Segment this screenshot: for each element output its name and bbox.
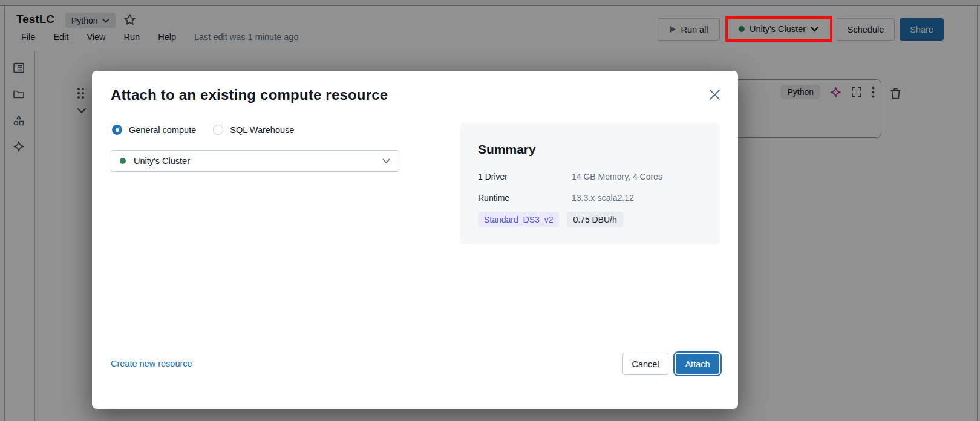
summary-badges: Standard_DS3_v2 0.75 DBU/h [478, 212, 623, 227]
summary-row-runtime: Runtime 13.3.x-scala2.12 [478, 193, 702, 203]
radio-sql-warehouse-label: SQL Warehouse [230, 125, 294, 135]
node-type-badge: Standard_DS3_v2 [478, 212, 559, 227]
compute-type-radio-group: General compute SQL Warehouse [112, 125, 294, 135]
modal-title: Attach to an existing compute resource [111, 86, 388, 103]
cancel-button[interactable]: Cancel [622, 353, 668, 375]
summary-driver-value: 14 GB Memory, 4 Cores [572, 172, 662, 181]
attach-button[interactable]: Attach [675, 353, 720, 375]
summary-row-driver: 1 Driver 14 GB Memory, 4 Cores [478, 172, 702, 181]
cluster-status-dot [120, 158, 126, 164]
create-new-resource-link[interactable]: Create new resource [111, 359, 192, 368]
radio-sql-warehouse[interactable]: SQL Warehouse [213, 125, 294, 135]
summary-runtime-value: 13.3.x-scala2.12 [572, 193, 634, 203]
cluster-select-value: Unity's Cluster [134, 156, 374, 166]
databricks-notebook-page: TestLC Python File Edit View Run Help La… [0, 0, 980, 421]
radio-general-compute-label: General compute [129, 125, 196, 135]
attach-compute-modal: Attach to an existing compute resource G… [92, 71, 738, 409]
radio-selected-indicator [112, 125, 122, 135]
chevron-down-icon [382, 158, 390, 164]
dbu-rate-badge: 0.75 DBU/h [567, 212, 622, 227]
compute-summary-card: Summary 1 Driver 14 GB Memory, 4 Cores R… [460, 123, 720, 244]
close-icon[interactable] [707, 86, 722, 102]
radio-general-compute[interactable]: General compute [112, 125, 196, 135]
cluster-select-dropdown[interactable]: Unity's Cluster [111, 150, 399, 172]
summary-runtime-label: Runtime [478, 193, 572, 203]
radio-unselected-indicator [213, 125, 223, 135]
summary-heading: Summary [478, 142, 702, 157]
summary-driver-label: 1 Driver [478, 172, 572, 181]
